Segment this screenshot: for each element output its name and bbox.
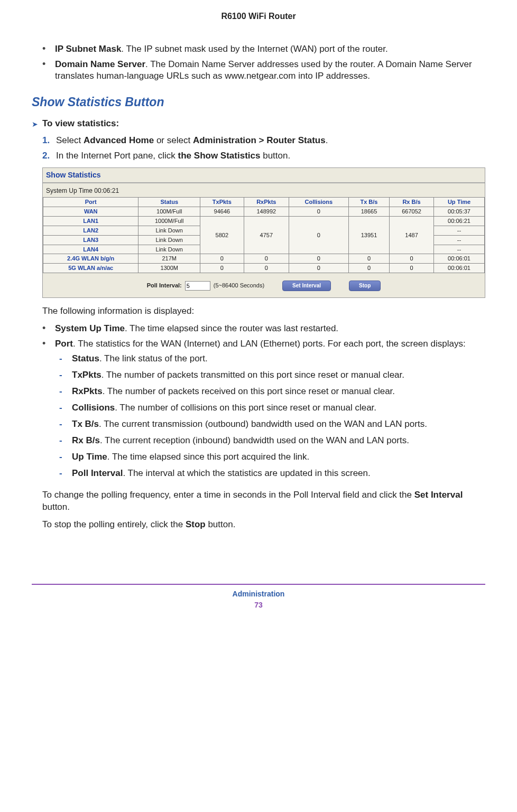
bold: Advanced Home xyxy=(84,135,154,145)
sub-item: Rx B/s. The current reception (inbound) … xyxy=(55,435,485,447)
panel-title: Show Statistics xyxy=(43,168,485,183)
table-row: 2.4G WLAN b/g/n 217M 0 0 0 0 0 00:06:01 xyxy=(43,254,485,264)
text: To stop the polling entirely, click the xyxy=(42,519,186,529)
paragraph-following-info: The following information is displayed: xyxy=(42,305,485,318)
step-item: In the Internet Port pane, click the Sho… xyxy=(32,150,485,162)
procedure-title: To view statistics: xyxy=(42,118,119,130)
poll-hint: (5~86400 Seconds) xyxy=(214,282,264,290)
cell: Link Down xyxy=(139,245,200,254)
col-uptime: Up Time xyxy=(434,198,485,207)
page-footer: Administration 73 xyxy=(32,589,485,610)
cell-port: 5G WLAN a/n/ac xyxy=(43,264,139,273)
step-item: Select Advanced Home or select Administr… xyxy=(32,135,485,147)
list-item: Port. The statistics for the WAN (Intern… xyxy=(32,338,485,480)
footer-section-title: Administration xyxy=(32,589,485,599)
term: Domain Name Server xyxy=(55,59,145,69)
cell: 0 xyxy=(348,264,389,273)
col-collisions: Collisions xyxy=(289,198,348,207)
bold: Stop xyxy=(186,519,206,529)
term: Port xyxy=(55,339,73,349)
cell-port: LAN2 xyxy=(43,226,139,235)
cell: 4757 xyxy=(244,217,289,254)
col-rxpkts: RxPkts xyxy=(244,198,289,207)
bold: Administration > Router Status xyxy=(193,135,326,145)
set-interval-button[interactable]: Set Interval xyxy=(282,281,331,291)
bold: the Show Statistics xyxy=(178,151,261,161)
cell: 0 xyxy=(390,254,434,264)
term: IP Subnet Mask xyxy=(55,44,121,54)
cell: Link Down xyxy=(139,226,200,235)
cell: 0 xyxy=(289,217,348,254)
text: In the Internet Port pane, click xyxy=(56,151,178,161)
desc: . The current transmission (outbound) ba… xyxy=(99,419,427,429)
col-port: Port xyxy=(43,198,139,207)
paragraph-stop: To stop the polling entirely, click the … xyxy=(42,519,485,531)
bold: Set Interval xyxy=(414,490,463,500)
poll-controls: Poll Interval: (5~86400 Seconds) Set Int… xyxy=(43,273,485,297)
text: . xyxy=(326,135,328,145)
desc: . The interval at which the statistics a… xyxy=(123,468,370,478)
col-txpkts: TxPkts xyxy=(200,198,244,207)
cell-port: LAN4 xyxy=(43,245,139,254)
text: Select xyxy=(56,135,84,145)
system-up-time-label: System Up Time 00:06:21 xyxy=(43,183,485,197)
paragraph-set-interval: To change the polling frequency, enter a… xyxy=(42,489,485,514)
text: button. xyxy=(42,502,70,512)
desc: . The link status of the port. xyxy=(99,353,208,363)
cell: 1000M/Full xyxy=(139,217,200,226)
col-txbs: Tx B/s xyxy=(348,198,389,207)
desc: . The statistics for the WAN (Internet) … xyxy=(73,339,466,349)
cell: 13951 xyxy=(348,217,389,254)
screenshot-panel: Show Statistics System Up Time 00:06:21 … xyxy=(42,167,485,297)
term: Poll Interval xyxy=(72,468,123,478)
list-item: Domain Name Server. The Domain Name Serv… xyxy=(32,59,485,83)
term: Status xyxy=(72,353,99,363)
cell-port: LAN1 xyxy=(43,217,139,226)
cell: 667052 xyxy=(390,207,434,217)
cell-port: LAN3 xyxy=(43,235,139,245)
sub-item: Status. The link status of the port. xyxy=(55,353,485,365)
sub-item: Poll Interval. The interval at which the… xyxy=(55,468,485,480)
cell: 0 xyxy=(244,254,289,264)
text: button. xyxy=(206,519,236,529)
term: Rx B/s xyxy=(72,435,100,445)
cell-port: WAN xyxy=(43,207,139,217)
ordered-steps: Select Advanced Home or select Administr… xyxy=(32,135,485,162)
col-status: Status xyxy=(139,198,200,207)
term: Collisions xyxy=(72,403,115,413)
intro-bullet-list: IP Subnet Mask. The IP subnet mask used … xyxy=(32,43,485,83)
cell: 217M xyxy=(139,254,200,264)
sub-item: RxPkts. The number of packets received o… xyxy=(55,386,485,398)
statistics-table: Port Status TxPkts RxPkts Collisions Tx … xyxy=(43,197,485,273)
cell: 0 xyxy=(289,207,348,217)
table-header-row: Port Status TxPkts RxPkts Collisions Tx … xyxy=(43,198,485,207)
term: Tx B/s xyxy=(72,419,99,429)
cell: 5802 xyxy=(200,217,244,254)
cell: 94646 xyxy=(200,207,244,217)
cell: 100M/Full xyxy=(139,207,200,217)
table-row: WAN 100M/Full 94646 148992 0 18665 66705… xyxy=(43,207,485,217)
cell: 0 xyxy=(200,264,244,273)
cell: 1487 xyxy=(390,217,434,254)
cell-port: 2.4G WLAN b/g/n xyxy=(43,254,139,264)
cell: -- xyxy=(434,226,485,235)
desc: . The time elapsed since the router was … xyxy=(125,323,338,333)
footer-page-number: 73 xyxy=(32,600,485,610)
document-header-title: R6100 WiFi Router xyxy=(32,0,485,43)
desc: . The number of packets received on this… xyxy=(103,386,395,396)
cell: 0 xyxy=(348,254,389,264)
stop-button[interactable]: Stop xyxy=(349,281,381,291)
cell: 0 xyxy=(244,264,289,273)
section-heading: Show Statistics Button xyxy=(32,94,485,110)
cell: -- xyxy=(434,245,485,254)
term: TxPkts xyxy=(72,370,101,380)
cell: 0 xyxy=(289,264,348,273)
text: To change the polling frequency, enter a… xyxy=(42,490,414,500)
cell: 00:05:37 xyxy=(434,207,485,217)
term: Up Time xyxy=(72,452,107,462)
list-item: System Up Time. The time elapsed since t… xyxy=(32,323,485,335)
poll-interval-input[interactable] xyxy=(185,281,210,291)
term: System Up Time xyxy=(55,323,125,333)
cell: 0 xyxy=(390,264,434,273)
sub-item: Collisions. The number of collisions on … xyxy=(55,402,485,414)
